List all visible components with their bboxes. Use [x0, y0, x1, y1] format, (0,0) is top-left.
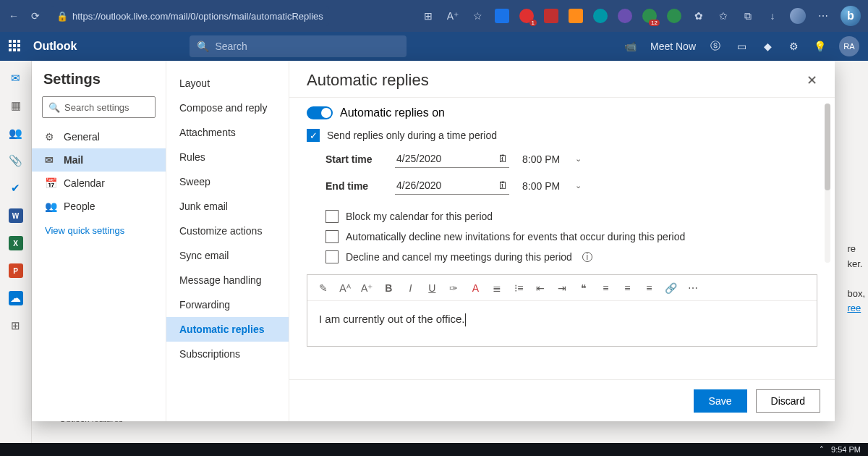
format-painter-icon[interactable]: ✎ [318, 282, 329, 294]
quote-icon[interactable]: ❝ [578, 282, 590, 294]
close-icon[interactable]: ✕ [807, 72, 817, 88]
block-calendar-checkbox[interactable] [326, 210, 339, 223]
address-bar[interactable]: 🔒 https://outlook.live.com/mail/0/option… [51, 6, 329, 26]
ext-icon-2[interactable]: 1 [519, 9, 534, 23]
ext-icon-3[interactable] [544, 9, 558, 23]
save-button[interactable]: Save [694, 389, 747, 413]
start-time-row: Start time 4/25/2020 🗓 8:00 PM ⌄ [326, 145, 817, 172]
subnav-message-handling[interactable]: Message handling [166, 268, 289, 292]
rail-excel-icon[interactable]: X [9, 236, 23, 250]
cancel-meetings-label: Decline and cancel my meetings during th… [346, 251, 572, 263]
time-period-checkbox[interactable]: ✓ [307, 129, 320, 142]
auto-reply-toggle[interactable] [307, 106, 333, 119]
end-date-input[interactable]: 4/26/2020 🗓 [395, 177, 509, 195]
view-quick-settings-link[interactable]: View quick settings [32, 218, 166, 243]
account-avatar[interactable]: RA [839, 36, 859, 56]
rail-people-icon[interactable]: 👥 [9, 126, 23, 140]
windows-taskbar: ˄ 9:54 PM [0, 443, 868, 456]
collections-icon[interactable]: ⧉ [741, 9, 755, 23]
font-family-icon[interactable]: Aᴬ [339, 282, 351, 294]
subnav-sync-email[interactable]: Sync email [166, 243, 289, 268]
more-icon[interactable]: ⋯ [816, 9, 830, 23]
editor-content[interactable]: I am currently out of the office. [307, 301, 817, 346]
extensions-icon[interactable]: ✿ [692, 9, 706, 23]
subnav-attachments[interactable]: Attachments [166, 120, 289, 145]
app-rail: ✉ ▦ 👥 📎 ✔ W X P ☁ ⊞ [0, 61, 32, 443]
start-time-select[interactable]: 8:00 PM ⌄ [522, 153, 582, 165]
rail-more-apps-icon[interactable]: ⊞ [9, 318, 23, 333]
bullets-icon[interactable]: ≣ [491, 282, 503, 294]
favorites-list-icon[interactable]: ✩ [716, 9, 731, 23]
category-calendar[interactable]: 📅Calendar [32, 172, 166, 195]
more-format-icon[interactable]: ⋯ [687, 282, 699, 294]
video-icon[interactable]: 📹 [624, 41, 637, 52]
ext-icon-1[interactable] [495, 9, 509, 23]
ext-icon-4[interactable] [569, 9, 583, 23]
ext-icon-6[interactable] [618, 9, 632, 23]
rail-files-icon[interactable]: 📎 [9, 153, 23, 168]
subnav-junk-email[interactable]: Junk email [166, 194, 289, 219]
subnav-customize-actions[interactable]: Customize actions [166, 219, 289, 243]
search-box[interactable]: 🔍 Search [190, 35, 407, 57]
category-icon: ✉ [45, 154, 56, 166]
skype-icon[interactable]: ⓢ [709, 40, 722, 53]
underline-button[interactable]: U [426, 282, 438, 294]
highlight-icon[interactable]: ✑ [448, 282, 459, 294]
font-size-icon[interactable]: A⁺ [361, 282, 373, 294]
ext-icon-8[interactable] [667, 9, 681, 23]
outdent-icon[interactable]: ⇤ [535, 282, 546, 294]
bing-chat-icon[interactable]: b [841, 6, 861, 26]
outlook-premium-icon[interactable]: ◆ [761, 41, 774, 52]
info-icon[interactable]: i [582, 252, 592, 262]
category-mail[interactable]: ✉Mail [32, 148, 166, 172]
scrollbar[interactable] [825, 104, 830, 263]
refresh-icon[interactable]: ⟳ [29, 10, 42, 22]
meet-now-button[interactable]: Meet Now [650, 41, 696, 52]
rail-calendar-icon[interactable]: ▦ [9, 98, 23, 113]
settings-gear-icon[interactable]: ⚙ [787, 41, 800, 52]
teams-icon[interactable]: ▭ [735, 41, 748, 52]
font-color-icon[interactable]: A [469, 282, 481, 294]
align-center-icon[interactable]: ≡ [621, 282, 633, 294]
end-time-row: End time 4/26/2020 🗓 8:00 PM ⌄ [326, 172, 817, 199]
decline-new-checkbox[interactable] [326, 230, 339, 243]
profile-avatar-icon[interactable] [790, 8, 806, 24]
settings-search[interactable]: 🔍 Search settings [42, 96, 156, 118]
subnav-sweep[interactable]: Sweep [166, 169, 289, 194]
subnav-rules[interactable]: Rules [166, 145, 289, 169]
tray-up-icon[interactable]: ˄ [820, 445, 824, 455]
indent-icon[interactable]: ⇥ [556, 282, 568, 294]
tips-icon[interactable]: 💡 [813, 41, 826, 52]
subnav-automatic-replies[interactable]: Automatic replies [166, 317, 289, 342]
system-clock[interactable]: 9:54 PM [831, 445, 861, 454]
back-icon[interactable]: ← [7, 10, 20, 22]
align-left-icon[interactable]: ≡ [600, 282, 611, 294]
app-grid-icon[interactable]: ⊞ [421, 9, 435, 23]
rail-onedrive-icon[interactable]: ☁ [9, 291, 23, 305]
app-launcher-icon[interactable] [9, 40, 22, 53]
subnav-layout[interactable]: Layout [166, 71, 289, 96]
cancel-meetings-checkbox[interactable] [326, 250, 339, 263]
rail-word-icon[interactable]: W [9, 208, 23, 223]
subnav-forwarding[interactable]: Forwarding [166, 292, 289, 317]
rail-mail-icon[interactable]: ✉ [0, 71, 27, 85]
italic-button[interactable]: I [404, 282, 416, 294]
subnav-compose-and-reply[interactable]: Compose and reply [166, 96, 289, 120]
subnav-subscriptions[interactable]: Subscriptions [166, 342, 289, 366]
category-people[interactable]: 👥People [32, 195, 166, 218]
end-time-select[interactable]: 8:00 PM ⌄ [522, 180, 582, 192]
bold-button[interactable]: B [383, 282, 394, 294]
ext-icon-7[interactable]: 12 [642, 9, 657, 23]
category-general[interactable]: ⚙General [32, 125, 166, 148]
align-right-icon[interactable]: ≡ [643, 282, 655, 294]
rail-todo-icon[interactable]: ✔ [9, 181, 23, 195]
favorite-icon[interactable]: ☆ [470, 9, 485, 23]
link-icon[interactable]: 🔗 [665, 282, 677, 294]
start-date-input[interactable]: 4/25/2020 🗓 [395, 150, 509, 168]
discard-button[interactable]: Discard [756, 389, 820, 413]
ext-icon-5[interactable] [593, 9, 608, 23]
numbering-icon[interactable]: ⁝≡ [513, 282, 524, 294]
downloads-icon[interactable]: ↓ [765, 9, 780, 23]
rail-powerpoint-icon[interactable]: P [9, 263, 23, 278]
read-aloud-icon[interactable]: A⁺ [446, 9, 460, 23]
